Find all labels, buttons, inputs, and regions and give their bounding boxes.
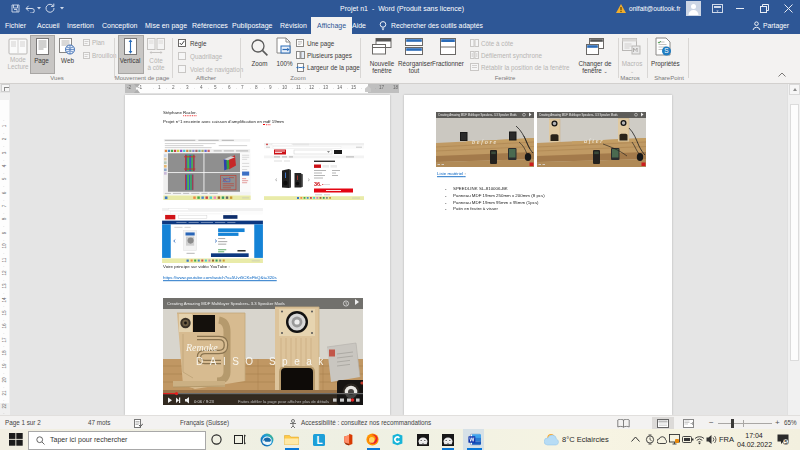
svg-text:Creating Amazing MDF Multilaye: Creating Amazing MDF Multilayer Speakers… (539, 113, 618, 117)
svg-text:0:06 / 9:23: 0:06 / 9:23 (194, 399, 214, 404)
svg-text:before: before (472, 139, 498, 145)
svg-text:Remake: Remake (185, 342, 218, 353)
svg-text:Creating Amazing MDF Multilaye: Creating Amazing MDF Multilayer Speakers… (167, 301, 285, 306)
svg-text:Creating Amazing MDF Multilaye: Creating Amazing MDF Multilayer Speakers… (438, 113, 517, 117)
svg-text:DAISO Speak: DAISO Speak (196, 356, 330, 367)
svg-text:after: after (584, 138, 604, 144)
svg-text:S: S (664, 47, 669, 54)
svg-text:36.-: 36.- (314, 181, 324, 187)
svg-text:Faites défiler la page pour af: Faites défiler la page pour afficher plu… (238, 399, 329, 404)
